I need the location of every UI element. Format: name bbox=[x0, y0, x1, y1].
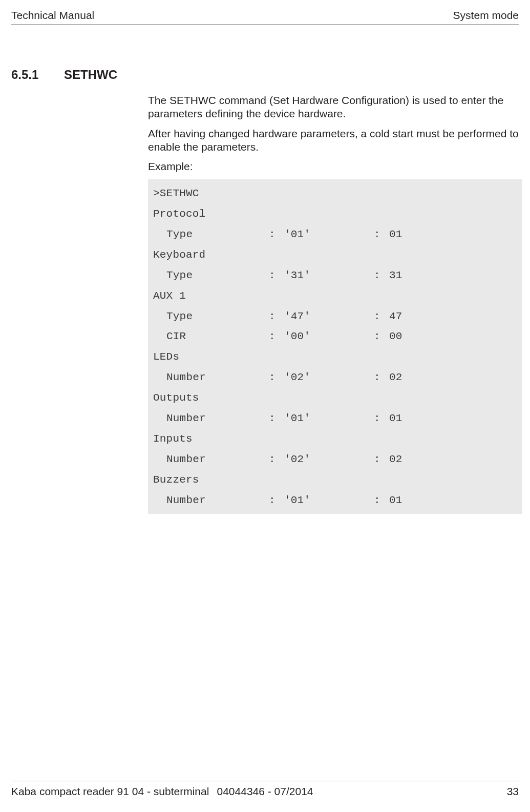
code-section-title: AUX 1 bbox=[153, 286, 517, 306]
heading-title: SETHWC bbox=[64, 68, 117, 82]
section-heading: 6.5.1 SETHWC bbox=[11, 68, 117, 82]
code-cell: '01' bbox=[284, 408, 374, 429]
code-cell bbox=[153, 306, 166, 327]
body-content: The SETHWC command (Set Hardware Configu… bbox=[148, 94, 522, 514]
heading-number: 6.5.1 bbox=[11, 68, 64, 82]
code-example: >SETHWCProtocolType: '01': 01KeyboardTyp… bbox=[148, 179, 522, 513]
code-cell: Number bbox=[166, 367, 269, 388]
code-row: Number: '01': 01 bbox=[153, 408, 517, 429]
code-cell: 31 bbox=[389, 265, 402, 286]
code-row: Type: '31': 31 bbox=[153, 265, 517, 286]
paragraph: Example: bbox=[148, 160, 522, 173]
code-cell: : bbox=[374, 224, 389, 245]
code-cell: '01' bbox=[284, 490, 374, 511]
code-cell: Number bbox=[166, 449, 269, 470]
code-row: Number: '02': 02 bbox=[153, 449, 517, 470]
header-right: System mode bbox=[453, 9, 519, 22]
code-cell: : bbox=[374, 408, 389, 429]
code-cell: Number bbox=[166, 408, 269, 429]
code-cell: : bbox=[269, 265, 284, 286]
code-cell: : bbox=[269, 326, 284, 347]
code-cell: Type bbox=[166, 265, 269, 286]
code-cell bbox=[153, 265, 166, 286]
code-section-title: LEDs bbox=[153, 347, 517, 367]
code-cell: '01' bbox=[284, 224, 374, 245]
code-cell bbox=[153, 367, 166, 388]
code-cell: : bbox=[269, 408, 284, 429]
code-cell: 01 bbox=[389, 490, 402, 511]
code-cell: : bbox=[374, 306, 389, 327]
paragraph: The SETHWC command (Set Hardware Configu… bbox=[148, 94, 522, 121]
code-cell bbox=[153, 408, 166, 429]
code-cell bbox=[153, 326, 166, 347]
code-cell: CIR bbox=[166, 326, 269, 347]
code-cell: '31' bbox=[284, 265, 374, 286]
code-cell: : bbox=[269, 490, 284, 511]
code-cell: 47 bbox=[389, 306, 402, 327]
code-row: Number: '01': 01 bbox=[153, 490, 517, 511]
code-cell: Number bbox=[166, 490, 269, 511]
code-cell: 01 bbox=[389, 224, 402, 245]
code-cell: : bbox=[269, 306, 284, 327]
footer-left: Kaba compact reader 91 04 - subterminal bbox=[11, 785, 209, 798]
code-cell: : bbox=[269, 449, 284, 470]
code-cell: : bbox=[269, 224, 284, 245]
code-cell: 00 bbox=[389, 326, 402, 347]
code-section-title: Keyboard bbox=[153, 245, 517, 265]
code-cell bbox=[153, 449, 166, 470]
code-cell: : bbox=[374, 326, 389, 347]
code-cell bbox=[153, 224, 166, 245]
code-cell: '02' bbox=[284, 449, 374, 470]
header-left: Technical Manual bbox=[11, 9, 94, 22]
page-header: Technical Manual System mode bbox=[11, 9, 519, 25]
code-cell: Type bbox=[166, 306, 269, 327]
code-cell: : bbox=[269, 367, 284, 388]
code-section-title: Protocol bbox=[153, 204, 517, 224]
code-cell: '47' bbox=[284, 306, 374, 327]
code-cell: '02' bbox=[284, 367, 374, 388]
code-cell: 02 bbox=[389, 367, 402, 388]
code-cell: : bbox=[374, 449, 389, 470]
footer-page: 33 bbox=[507, 785, 519, 798]
code-section-title: Buzzers bbox=[153, 470, 517, 490]
code-section-title: Outputs bbox=[153, 388, 517, 408]
code-cell: 02 bbox=[389, 449, 402, 470]
code-cell: : bbox=[374, 367, 389, 388]
code-cell bbox=[153, 490, 166, 511]
code-row: CIR: '00': 00 bbox=[153, 326, 517, 347]
code-cell: 01 bbox=[389, 408, 402, 429]
code-row: Number: '02': 02 bbox=[153, 367, 517, 388]
code-cell: : bbox=[374, 490, 389, 511]
code-row: Type: '47': 47 bbox=[153, 306, 517, 327]
code-cell: Type bbox=[166, 224, 269, 245]
code-cell: '00' bbox=[284, 326, 374, 347]
code-section-title: Inputs bbox=[153, 429, 517, 449]
code-row: Type: '01': 01 bbox=[153, 224, 517, 245]
page-footer: Kaba compact reader 91 04 - subterminal … bbox=[11, 781, 519, 798]
code-cell: : bbox=[374, 265, 389, 286]
paragraph: After having changed hardware parameters… bbox=[148, 127, 522, 154]
code-prompt: >SETHWC bbox=[153, 183, 517, 204]
